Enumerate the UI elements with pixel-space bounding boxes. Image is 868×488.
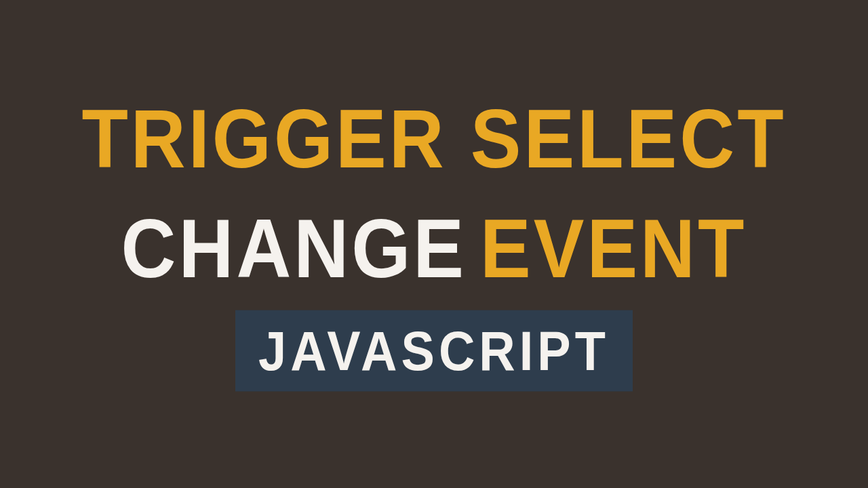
title-word-change: CHANGE xyxy=(121,201,467,295)
language-badge: JAVASCRIPT xyxy=(235,310,633,391)
title-line-1: TRIGGER SELECT xyxy=(81,97,786,180)
title-word-event: EVENT xyxy=(480,201,747,295)
title-line-2: CHANGEEVENT xyxy=(121,207,747,290)
